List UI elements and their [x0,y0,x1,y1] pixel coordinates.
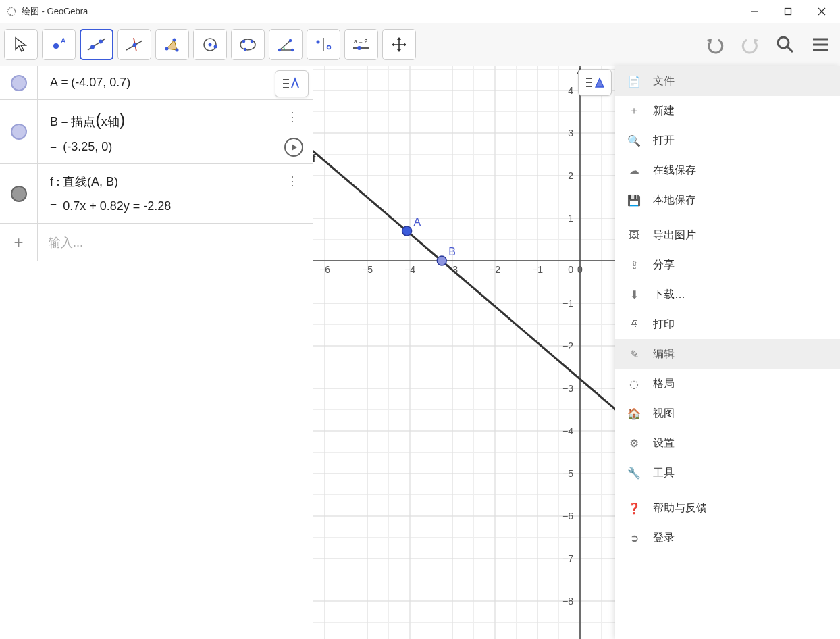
home-icon: 🏠 [627,407,641,420]
menu-share[interactable]: ⇪分享 [615,250,840,280]
menu-download[interactable]: ⬇下载… [615,280,840,309]
svg-text:−3: −3 [562,383,573,394]
algebra-input[interactable] [38,224,313,261]
svg-point-2 [14,9,15,11]
menu-open[interactable]: 🔍打开 [615,126,840,155]
svg-text:−5: −5 [362,264,373,275]
print-icon: 🖨 [627,317,641,331]
algebra-row-A[interactable]: A = (-4.07, 0.7) [0,66,313,100]
svg-text:−4: −4 [404,264,415,275]
svg-text:−7: −7 [562,553,573,564]
main-menu-panel: 📄文件 ＋新建 🔍打开 ☁在线保存 💾本地保存 🖼导出图片 ⇪分享 ⬇下载… 🖨… [615,66,840,639]
visibility-toggle-f[interactable] [11,186,27,202]
svg-text:1: 1 [568,213,573,224]
svg-point-153 [437,256,446,265]
svg-point-23 [242,39,246,43]
tool-reflect[interactable] [307,29,340,60]
svg-point-25 [244,47,247,51]
svg-point-3 [9,14,11,16]
svg-text:3: 3 [568,128,573,138]
svg-text:2: 2 [568,170,573,181]
play-button[interactable] [284,138,303,157]
svg-rect-5 [785,9,791,15]
gear-icon: ⚙ [627,436,641,450]
tool-angle[interactable] [269,29,303,60]
tool-line[interactable] [80,29,113,60]
undo-button[interactable] [700,29,731,60]
svg-text:0: 0 [568,264,573,275]
menu-new[interactable]: ＋新建 [615,96,840,126]
svg-text:−4: −4 [562,426,573,436]
tool-perpendicular[interactable] [117,29,151,60]
svg-text:0: 0 [577,264,583,275]
menu-edit-header: ✎编辑 [615,339,840,369]
svg-text:4: 4 [568,85,573,96]
window-titlebar: 绘图 - GeoGebra [0,0,840,23]
menu-perspectives[interactable]: ◌格局 [615,369,840,399]
menu-print[interactable]: 🖨打印 [615,309,840,339]
tool-point[interactable]: A [42,29,76,60]
wrench-icon: 🔧 [627,466,641,480]
svg-text:a = 2: a = 2 [354,38,367,45]
svg-line-10 [88,39,105,50]
tool-move[interactable] [4,29,38,60]
window-minimize-button[interactable] [737,0,771,23]
tool-ellipse[interactable] [231,29,265,60]
svg-text:A: A [61,36,66,45]
svg-point-15 [133,43,137,47]
svg-point-21 [214,45,217,48]
svg-point-32 [317,40,320,43]
svg-point-1 [8,9,9,10]
svg-text:−6: −6 [319,264,330,275]
tool-move-view[interactable] [382,29,416,60]
menu-view[interactable]: 🏠视图 [615,399,840,428]
menu-signin[interactable]: ➲登录 [615,523,840,553]
file-icon: 📄 [627,74,641,88]
graphics-settings-button[interactable] [578,69,612,96]
algebra-row-f[interactable]: ⋮ f : 直线(A, B) = 0.7x + 0.82y = -2.28 [0,164,313,224]
tool-polygon[interactable] [155,29,189,60]
svg-text:−6: −6 [562,511,573,521]
menu-help[interactable]: ❓帮助与反馈 [615,493,840,523]
main-toolbar: A a = 2 [0,23,840,66]
menu-save-online[interactable]: ☁在线保存 [615,155,840,185]
tool-circle[interactable] [193,29,227,60]
svg-point-18 [173,38,176,41]
hamburger-menu-button[interactable] [805,29,836,60]
obj-f-label: f [50,175,53,188]
svg-text:−2: −2 [562,340,573,351]
svg-point-28 [278,48,281,51]
svg-text:−1: −1 [532,264,543,275]
svg-point-36 [357,46,361,50]
more-icon[interactable]: ⋮ [286,174,299,188]
obj-A-value: (-4.07, 0.7) [71,76,130,89]
add-object-button[interactable]: + [0,224,38,261]
svg-point-20 [209,43,212,46]
window-close-button[interactable] [805,0,839,23]
redo-button[interactable] [735,29,766,60]
svg-text:−5: −5 [562,468,573,479]
visibility-toggle-A[interactable] [11,75,27,91]
svg-point-24 [251,39,254,43]
window-maximize-button[interactable] [771,0,805,23]
menu-tools[interactable]: 🔧工具 [615,458,840,488]
plus-icon: ＋ [627,104,641,118]
algebra-row-B[interactable]: ⋮ B = 描点(x轴) = (-3.25, 0) [0,100,313,164]
menu-export-image[interactable]: 🖼导出图片 [615,220,840,250]
menu-file-header: 📄文件 [615,66,840,96]
svg-point-12 [99,39,103,43]
menu-settings[interactable]: ⚙设置 [615,428,840,458]
more-icon[interactable]: ⋮ [286,109,299,124]
help-icon: ❓ [627,501,641,515]
image-icon: 🖼 [627,228,641,242]
svg-text:A: A [414,216,421,228]
tool-slider[interactable]: a = 2 [344,29,378,60]
svg-text:B: B [448,246,456,257]
menu-save-local[interactable]: 💾本地保存 [615,185,840,215]
svg-line-27 [280,41,290,50]
svg-text:−2: −2 [490,264,500,275]
search-button[interactable] [770,29,801,60]
svg-point-33 [327,45,331,49]
visibility-toggle-B[interactable] [11,124,27,140]
svg-point-16 [165,47,169,50]
